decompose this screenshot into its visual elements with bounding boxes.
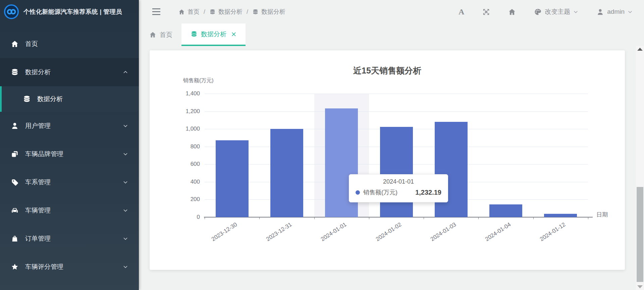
y-axis-name: 销售额(万元) bbox=[183, 77, 214, 84]
chevron-down-icon bbox=[123, 208, 128, 213]
breadcrumb-label: 数据分析 bbox=[261, 8, 285, 16]
bar-2024-01-12[interactable] bbox=[544, 214, 577, 218]
sales-chart: 近15天销售额分析 销售额(万元) 02004006008001,0001,20… bbox=[150, 50, 625, 270]
y-axis-tick-label: 800 bbox=[150, 143, 200, 150]
breadcrumb-separator: / bbox=[246, 8, 249, 15]
sidebar-item-label: 订单管理 bbox=[25, 234, 51, 243]
tabbar: 首页数据分析 bbox=[139, 23, 644, 46]
tab-home[interactable]: 首页 bbox=[140, 23, 181, 46]
font-size-button[interactable]: A bbox=[459, 7, 464, 16]
sidebar-item-vehicle-series-management[interactable]: 车系管理 bbox=[0, 168, 139, 196]
y-axis-tick-label: 400 bbox=[150, 179, 200, 185]
chevron-down-icon bbox=[123, 180, 128, 185]
tooltip-date: 2024-01-01 bbox=[356, 178, 441, 185]
x-axis-tick bbox=[259, 217, 260, 219]
close-icon[interactable] bbox=[231, 32, 236, 37]
database-icon bbox=[23, 95, 31, 103]
sidebar-item-label: 车辆评分管理 bbox=[25, 262, 63, 271]
app-title: 个性化新能源汽车推荐系统 | 管理员 bbox=[23, 8, 122, 16]
chevron-down-icon bbox=[123, 123, 128, 129]
y-axis-tick-label: 1,200 bbox=[150, 108, 200, 115]
tooltip-value: 1,232.19 bbox=[415, 189, 441, 196]
tag-icon bbox=[11, 178, 19, 186]
x-axis-tick bbox=[424, 217, 424, 219]
database-icon bbox=[252, 9, 259, 15]
chevron-down-icon bbox=[573, 9, 578, 14]
bar-2023-12-30[interactable] bbox=[216, 140, 249, 217]
sidebar-item-label: 用户管理 bbox=[25, 122, 51, 130]
tab-data-analysis[interactable]: 数据分析 bbox=[181, 23, 246, 46]
sidebar-item-user-management[interactable]: 用户管理 bbox=[0, 112, 139, 140]
bar-2024-01-03[interactable] bbox=[435, 122, 468, 217]
sidebar-item-data-analysis[interactable]: 数据分析 bbox=[0, 58, 139, 86]
logo-bar: 个性化新能源汽车推荐系统 | 管理员 bbox=[0, 0, 139, 23]
main-area: 首页/数据分析/数据分析 A 改变主题 bbox=[139, 0, 644, 290]
bar-2024-01-02[interactable] bbox=[380, 127, 413, 217]
user-icon bbox=[11, 122, 19, 130]
tab-label: 数据分析 bbox=[201, 30, 226, 39]
content-area: 近15天销售额分析 销售额(万元) 02004006008001,0001,20… bbox=[139, 46, 644, 290]
vertical-scrollbar bbox=[636, 46, 644, 290]
breadcrumb: 首页/数据分析/数据分析 bbox=[178, 8, 285, 16]
bar-2023-12-31[interactable] bbox=[270, 129, 303, 217]
x-axis-tick bbox=[478, 217, 479, 219]
database-icon bbox=[191, 31, 198, 38]
scroll-up-arrow-icon[interactable] bbox=[637, 48, 643, 51]
sidebar: 个性化新能源汽车推荐系统 | 管理员 首页数据分析数据分析用户管理车辆品牌管理车… bbox=[0, 0, 139, 290]
scrollbar-thumb[interactable] bbox=[637, 187, 643, 282]
logo-infinity-icon bbox=[4, 4, 19, 19]
sidebar-item-label: 首页 bbox=[25, 40, 38, 48]
x-axis-tick-label: 2024-01-12 bbox=[539, 221, 567, 243]
layers-icon bbox=[11, 150, 19, 158]
x-axis-tick-label: 2024-01-01 bbox=[320, 221, 348, 243]
chevron-down-icon bbox=[628, 9, 633, 14]
x-axis-name: 日期 bbox=[596, 211, 608, 219]
bar-2024-01-04[interactable] bbox=[489, 204, 522, 217]
sidebar-item-data-analysis-sub[interactable]: 数据分析 bbox=[0, 86, 139, 112]
chart-title: 近15天销售额分析 bbox=[150, 65, 625, 76]
username-label: admin bbox=[607, 8, 625, 15]
x-axis-tick bbox=[533, 217, 534, 219]
x-axis-tick bbox=[205, 217, 205, 219]
fullscreen-button[interactable] bbox=[482, 8, 490, 16]
y-axis-tick-label: 1,400 bbox=[150, 90, 200, 97]
user-menu-button[interactable]: admin bbox=[596, 8, 633, 16]
sidebar-item-label: 数据分析 bbox=[25, 68, 51, 77]
breadcrumb-item-home[interactable]: 首页 bbox=[178, 8, 200, 16]
y-axis-tick-label: 600 bbox=[150, 161, 200, 167]
sidebar-item-vehicle-brand-management[interactable]: 车辆品牌管理 bbox=[0, 140, 139, 168]
x-axis-tick-label: 2023-12-31 bbox=[265, 221, 293, 243]
sidebar-item-vehicle-management[interactable]: 车辆管理 bbox=[0, 196, 139, 225]
breadcrumb-item-data-analysis[interactable]: 数据分析 bbox=[209, 8, 243, 16]
y-axis-tick-label: 0 bbox=[150, 214, 200, 221]
x-axis-tick-label: 2024-01-04 bbox=[484, 221, 512, 243]
series-marker-dot bbox=[356, 190, 360, 195]
sidebar-item-order-management[interactable]: 订单管理 bbox=[0, 225, 139, 253]
breadcrumb-label: 首页 bbox=[187, 8, 200, 16]
sidebar-menu: 首页数据分析数据分析用户管理车辆品牌管理车系管理车辆管理订单管理车辆评分管理 bbox=[0, 30, 139, 281]
x-axis-tick-label: 2024-01-02 bbox=[375, 221, 403, 243]
sidebar-item-label: 数据分析 bbox=[37, 95, 63, 103]
sidebar-item-vehicle-rating-management[interactable]: 车辆评分管理 bbox=[0, 253, 139, 281]
x-axis-tick bbox=[588, 217, 588, 219]
user-icon bbox=[596, 8, 604, 16]
bag-icon bbox=[11, 235, 19, 243]
sidebar-item-home[interactable]: 首页 bbox=[0, 30, 139, 58]
chart-card: 近15天销售额分析 销售额(万元) 02004006008001,0001,20… bbox=[150, 50, 625, 270]
hamburger-menu-icon[interactable] bbox=[152, 8, 161, 15]
gridline bbox=[205, 111, 588, 112]
breadcrumb-item-data-analysis[interactable]: 数据分析 bbox=[252, 8, 285, 16]
scroll-down-arrow-icon[interactable] bbox=[637, 285, 643, 288]
car-icon bbox=[11, 206, 19, 214]
home-icon bbox=[149, 31, 156, 38]
y-axis-tick-label: 200 bbox=[150, 196, 200, 203]
change-theme-button[interactable]: 改变主题 bbox=[534, 7, 578, 16]
fullscreen-icon bbox=[482, 8, 490, 16]
star-icon bbox=[11, 263, 19, 271]
home-button[interactable] bbox=[508, 8, 516, 16]
palette-icon bbox=[534, 8, 542, 16]
x-axis-tick bbox=[369, 217, 369, 219]
database-icon bbox=[11, 68, 19, 76]
gridline bbox=[205, 94, 588, 94]
chevron-down-icon bbox=[123, 236, 128, 241]
